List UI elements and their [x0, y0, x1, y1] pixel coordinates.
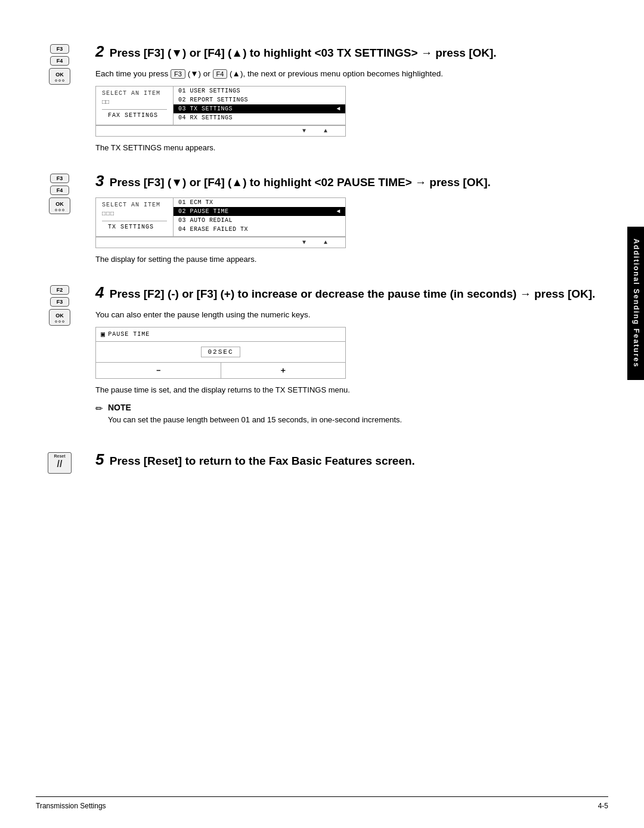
step-4-section: F2 F3 OK 4 Press [F2] (-) or [F3] (+) to… [36, 283, 608, 432]
pause-time-lcd: ▣ PAUSE TIME 02SEC － ＋ [95, 327, 346, 379]
step-4-heading-text: Press [F2] (-) or [F3] (+) to increase o… [110, 288, 596, 300]
lcd-2-item-4: 04 RX SETTINGS [174, 113, 345, 122]
step-2-heading: 2 Press [F3] (▼) or [F4] (▲) to highligh… [95, 42, 608, 62]
lcd-3-fax-label: TX SETTINGS [102, 221, 167, 233]
step-2-content: 2 Press [F3] (▼) or [F4] (▲) to highligh… [95, 42, 608, 153]
note-section: ✏ NOTE You can set the pause length betw… [95, 403, 608, 426]
step-4-body: You can also enter the pause length usin… [95, 309, 608, 321]
note-content: NOTE You can set the pause length betwee… [108, 403, 402, 426]
ok-button-3: OK [49, 197, 70, 214]
f3-button: F3 [50, 44, 69, 54]
page-footer: Transmission Settings 4-5 [36, 796, 608, 810]
note-pencil-icon: ✏ [95, 403, 103, 414]
step-4-num: 4 [95, 283, 104, 301]
step-2-heading-text: Press [F3] (▼) or [F4] (▲) to highlight … [110, 47, 497, 59]
step-5-section: Reset // 5 Press [Reset] to return to th… [36, 450, 608, 476]
f2-button-4: F2 [50, 285, 69, 295]
pause-icon: ▣ [101, 330, 106, 339]
step-2-lcd: SELECT AN ITEM □□ FAX SETTINGS 01 USER S… [95, 86, 346, 137]
step-2-after: The TX SETTINGS menu appears. [95, 143, 608, 153]
ok-button-4: OK [49, 309, 70, 326]
lcd-3-select-label: SELECT AN ITEM [102, 202, 167, 208]
step-5-content: 5 Press [Reset] to return to the Fax Bas… [95, 450, 608, 476]
pause-value-box: 02SEC [201, 347, 240, 357]
minus-button: － [96, 363, 221, 378]
lcd-2-select-label: SELECT AN ITEM [102, 90, 167, 97]
reset-button-img: Reset // [48, 452, 72, 474]
footer-page-num: 4-5 [598, 802, 608, 810]
f3-button-3: F3 [50, 174, 69, 183]
step-5-keys: Reset // [36, 450, 83, 474]
lcd-3-item-3: 03 AUTO REDIAL [174, 216, 345, 225]
lcd-2-dots: □□ [102, 99, 167, 106]
step-2-body: Each time you press F3 (▼) or F4 (▲), th… [95, 68, 608, 80]
chapter-side-tab: Additional Sending Features [627, 227, 644, 380]
f4-button: F4 [50, 56, 69, 66]
step-3-lcd: SELECT AN ITEM □□□ TX SETTINGS 01 ECM TX… [95, 197, 346, 248]
step-4-heading: 4 Press [F2] (-) or [F3] (+) to increase… [95, 283, 608, 303]
ok-button-2: OK [49, 68, 70, 85]
step-5-heading: 5 Press [Reset] to return to the Fax Bas… [95, 450, 608, 470]
lcd-3-item-4: 04 ERASE FAILED TX [174, 225, 345, 234]
note-title: NOTE [108, 403, 402, 412]
lcd-3-dots: □□□ [102, 211, 167, 217]
f4-button-3: F4 [50, 186, 69, 195]
note-text: You can set the pause length between 01 … [108, 414, 402, 426]
step-3-section: F3 F4 OK 3 Press [F3] (▼) or [F4] (▲) to… [36, 171, 608, 265]
lcd-3-item-2: 02 PAUSE TIME ◄ [174, 207, 345, 216]
lcd-2-arrow-down: ▼ [302, 128, 306, 134]
step-3-keys: F3 F4 OK [36, 171, 83, 214]
step-4-keys: F2 F3 OK [36, 283, 83, 326]
lcd-2-arrow-up: ▲ [324, 128, 327, 134]
f3-button-4: F3 [50, 297, 69, 307]
step-2-num: 2 [95, 42, 104, 60]
step-3-heading: 3 Press [F3] (▼) or [F4] (▲) to highligh… [95, 171, 608, 191]
lcd-3-arrow-up: ▲ [324, 239, 327, 246]
step-4-content: 4 Press [F2] (-) or [F3] (+) to increase… [95, 283, 608, 432]
pause-title-text: PAUSE TIME [108, 331, 150, 338]
step-3-content: 3 Press [F3] (▼) or [F4] (▲) to highligh… [95, 171, 608, 265]
step-3-after: The display for setting the pause time a… [95, 254, 608, 265]
lcd-2-item-1: 01 USER SETTINGS [174, 86, 345, 95]
lcd-2-item-2: 02 REPORT SETTINGS [174, 95, 345, 104]
step-3-heading-text: Press [F3] (▼) or [F4] (▲) to highlight … [110, 176, 491, 189]
lcd-2-item-3: 03 TX SETTINGS ◄ [174, 104, 345, 113]
lcd-3-arrow-down: ▼ [302, 239, 306, 246]
lcd-3-item-1: 01 ECM TX [174, 198, 345, 207]
step-5-num: 5 [95, 450, 104, 468]
footer-section-title: Transmission Settings [36, 802, 106, 810]
step-2-keys: F3 F4 OK [36, 42, 83, 85]
step-3-num: 3 [95, 172, 104, 190]
step-4-after: The pause time is set, and the display r… [95, 385, 608, 396]
plus-button: ＋ [221, 363, 346, 378]
step-2-section: F3 F4 OK 2 Press [F3] (▼) or [F4] (▲) to… [36, 42, 608, 153]
lcd-2-fax-label: FAX SETTINGS [102, 109, 167, 121]
step-5-heading-text: Press [Reset] to return to the Fax Basic… [110, 455, 415, 467]
